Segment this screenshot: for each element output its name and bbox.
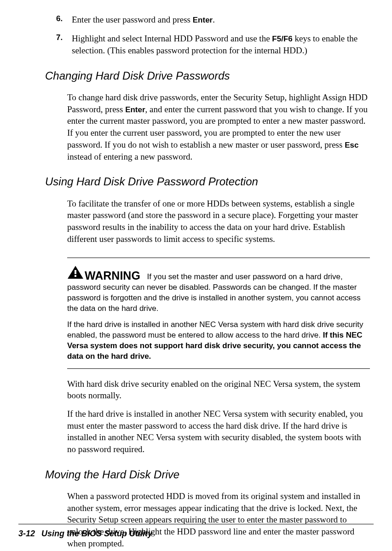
list-text: Enter the user password and press Enter. [72,14,370,26]
svg-rect-0 [75,270,76,274]
key-esc: Esc [345,141,358,149]
page-content: 6. Enter the user password and press Ent… [18,14,374,549]
key-enter: Enter [125,105,145,114]
heading-changing: Changing Hard Disk Drive Passwords [45,69,370,83]
list-number: 6. [56,14,72,26]
heading-moving: Moving the Hard Disk Drive [45,467,370,482]
warning-label: WARNING [85,268,140,284]
footer-title: Using the BIOS Setup Utility [41,529,152,538]
key-f5f6: F5/F6 [272,34,292,43]
text: instead of entering a new password. [67,152,192,161]
paragraph-changing: To change hard disk drive passwords, ent… [45,92,370,162]
warning-text: If the hard drive is installed in anothe… [67,320,363,339]
page-number: 3-12 [18,529,35,538]
text: Enter the user password and press [72,15,193,24]
list-number: 7. [56,33,72,57]
text: . [213,15,215,24]
list-text: Highlight and select Internal HDD Passwo… [72,33,370,57]
paragraph-using-3: If the hard drive is installed in anothe… [45,408,370,455]
page-footer: 3-12Using the BIOS Setup Utility [18,524,374,539]
list-item-6: 6. Enter the user password and press Ent… [45,14,370,26]
warning-para-2: If the hard drive is installed in anothe… [67,320,370,362]
warning-triangle-icon [67,265,84,282]
paragraph-using-1: To facilitate the transfer of one or mor… [45,198,370,245]
list-item-7: 7. Highlight and select Internal HDD Pas… [45,33,370,57]
text: Highlight and select Internal HDD Passwo… [72,34,272,43]
warning-box: WARNING If you set the master and user p… [67,258,370,369]
paragraph-using-2: With hard disk drive security enabled on… [45,378,370,402]
warning-para-1: WARNING If you set the master and user p… [67,265,370,314]
warning-header: WARNING [67,265,140,282]
svg-rect-1 [75,275,76,277]
key-enter: Enter [193,16,213,24]
paragraph-moving-1: When a password protected HDD is moved f… [45,490,370,549]
heading-using: Using Hard Disk Drive Password Protectio… [45,174,370,189]
